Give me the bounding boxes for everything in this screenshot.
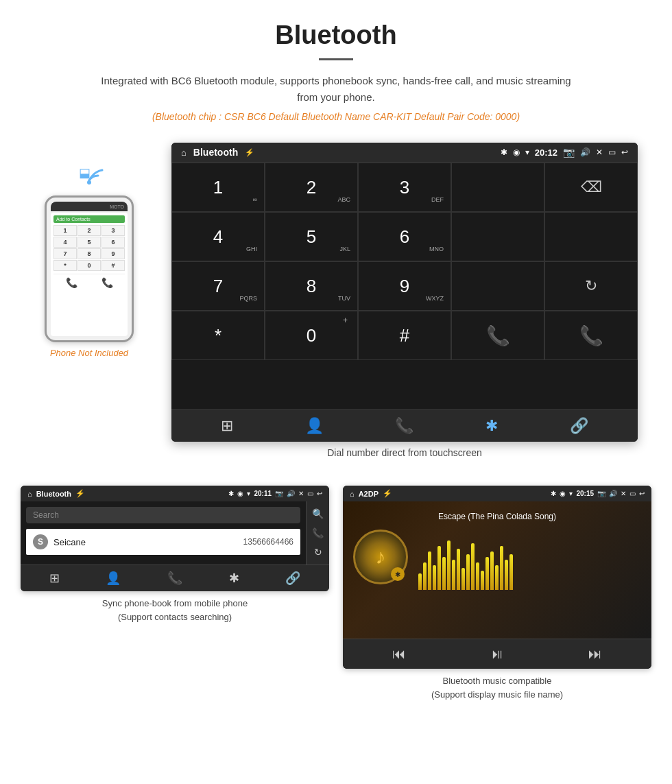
dial-key-4[interactable]: 4GHI <box>171 212 265 261</box>
pb-contact-avatar: S <box>33 534 48 549</box>
svg-point-0 <box>87 180 91 185</box>
eq-bar-10 <box>461 568 465 590</box>
phone-key-hash[interactable]: # <box>101 260 125 271</box>
dial-key-2[interactable]: 2ABC <box>265 163 358 212</box>
music-status-right: ✱ ◉ ▾ 20:15 📷 🔊 ✕ ▭ ↩ <box>551 490 645 497</box>
pb-calllog-icon[interactable]: 📞 <box>167 571 182 586</box>
phone-key-9[interactable]: 9 <box>101 248 125 259</box>
phone-dial-grid: 1 2 3 4 5 6 7 8 9 * 0 # <box>53 225 125 271</box>
music-screen: ⌂ A2DP ⚡ ✱ ◉ ▾ 20:15 📷 🔊 ✕ ▭ ↩ <box>343 486 651 669</box>
camera-status-icon[interactable]: 📷 <box>563 147 575 158</box>
music-window-icon[interactable]: ▭ <box>629 490 636 497</box>
pb-window-icon[interactable]: ▭ <box>307 490 313 497</box>
music-close-icon[interactable]: ✕ <box>621 490 626 497</box>
phone-key-3[interactable]: 3 <box>101 225 125 236</box>
eq-bar-4 <box>433 565 436 590</box>
phone-key-0[interactable]: 0 <box>77 260 101 271</box>
phone-key-4[interactable]: 4 <box>53 237 77 248</box>
pb-search-bar[interactable]: Search <box>26 507 300 523</box>
music-home-icon[interactable]: ⌂ <box>350 490 355 498</box>
eq-bar-7 <box>447 541 451 590</box>
music-vol-icon[interactable]: 🔊 <box>609 490 617 497</box>
eq-bar-15 <box>485 557 489 590</box>
phone-key-1[interactable]: 1 <box>53 225 77 236</box>
pb-time: 20:11 <box>254 490 272 497</box>
dial-refresh-button[interactable]: ↻ <box>544 261 638 311</box>
phone-key-7[interactable]: 7 <box>53 248 77 259</box>
location-status-icon: ◉ <box>513 147 520 157</box>
music-statusbar: ⌂ A2DP ⚡ ✱ ◉ ▾ 20:15 📷 🔊 ✕ ▭ ↩ <box>343 486 651 501</box>
pb-refresh-icon[interactable]: ↻ <box>314 547 322 558</box>
phone-key-5[interactable]: 5 <box>77 237 101 248</box>
pb-contacts-icon[interactable]: 👤 <box>106 571 121 586</box>
pb-contact-name: Seicane <box>53 537 243 547</box>
pb-close-icon[interactable]: ✕ <box>298 490 304 497</box>
pb-back-icon[interactable]: ↩ <box>317 490 322 497</box>
pb-signal-icon: ▾ <box>247 490 250 497</box>
pb-camera-icon[interactable]: 📷 <box>275 490 283 497</box>
dial-end-call-button[interactable]: 📞 <box>544 311 638 360</box>
pb-dialpad-icon[interactable]: ⊞ <box>49 571 60 586</box>
window-status-icon[interactable]: ▭ <box>608 147 616 157</box>
dial-call-button[interactable]: 📞 <box>451 311 544 360</box>
pb-link-icon[interactable]: 🔗 <box>285 571 300 586</box>
pb-body: Search S Seicane 13566664466 🔍 📞 ↻ <box>21 501 329 565</box>
dial-backspace-button[interactable]: ⌫ <box>544 163 638 212</box>
dial-key-0[interactable]: 0+ <box>265 311 358 360</box>
dial-key-6[interactable]: 6MNO <box>358 212 451 261</box>
eq-bar-11 <box>466 554 470 590</box>
dial-key-7[interactable]: 7PQRS <box>171 261 265 311</box>
statusbar-right: ✱ ◉ ▾ 20:12 📷 🔊 ✕ ▭ ↩ <box>501 147 628 158</box>
volume-status-icon[interactable]: 🔊 <box>580 147 590 157</box>
music-song-title: Escape (The Pina Colada Song) <box>438 512 556 521</box>
pb-search-icon[interactable]: 🔍 <box>312 508 324 519</box>
eq-bar-20 <box>509 554 513 590</box>
home-icon[interactable]: ⌂ <box>181 147 187 158</box>
pb-bt-toolbar-icon[interactable]: ✱ <box>229 571 239 586</box>
dialpad-icon[interactable]: ⊞ <box>221 417 233 435</box>
phone-key-star[interactable]: * <box>53 260 77 271</box>
music-prev-button[interactable]: ⏮ <box>392 646 406 662</box>
contacts-icon[interactable]: 👤 <box>305 417 324 435</box>
bluetooth-icon[interactable]: ✱ <box>485 417 498 435</box>
car-statusbar: ⌂ Bluetooth ⚡ ✱ ◉ ▾ 20:12 📷 🔊 ✕ ▭ ↩ <box>171 143 638 162</box>
page-title: Bluetooth <box>14 21 658 50</box>
dial-key-hash[interactable]: # <box>358 311 451 360</box>
header-specs: (Bluetooth chip : CSR BC6 Default Blueto… <box>14 111 658 122</box>
eq-bar-18 <box>500 546 503 590</box>
music-play-pause-button[interactable]: ⏯ <box>490 646 504 662</box>
pb-call-icon[interactable]: 📞 <box>312 527 324 538</box>
phone-end-call-icon[interactable]: 📞 <box>66 277 77 288</box>
music-camera-icon[interactable]: 📷 <box>597 490 605 497</box>
dial-key-1[interactable]: 1∞ <box>171 163 265 212</box>
close-status-icon[interactable]: ✕ <box>596 147 603 157</box>
phone-key-2[interactable]: 2 <box>77 225 101 236</box>
pb-status-right: ✱ ◉ ▾ 20:11 📷 🔊 ✕ ▭ ↩ <box>228 490 322 497</box>
pb-contact-row[interactable]: S Seicane 13566664466 <box>26 529 300 555</box>
phone-key-8[interactable]: 8 <box>77 248 101 259</box>
phone-call-icon[interactable]: 📞 <box>101 277 113 288</box>
music-time: 20:15 <box>576 490 594 497</box>
dial-key-9[interactable]: 9WXYZ <box>358 261 451 311</box>
back-status-icon[interactable]: ↩ <box>621 147 628 157</box>
statusbar-left: ⌂ Bluetooth ⚡ <box>181 147 254 158</box>
pb-home-icon[interactable]: ⌂ <box>27 490 32 498</box>
music-back-icon[interactable]: ↩ <box>639 490 645 497</box>
eq-bar-12 <box>471 543 475 590</box>
call-log-icon[interactable]: 📞 <box>395 417 413 435</box>
dial-key-8[interactable]: 8TUV <box>265 261 358 311</box>
phone-status-bar: MOTO <box>51 202 128 211</box>
music-next-button[interactable]: ⏭ <box>588 646 602 662</box>
pb-vol-icon[interactable]: 🔊 <box>287 490 295 497</box>
dial-key-5[interactable]: 5JKL <box>265 212 358 261</box>
link-icon[interactable]: 🔗 <box>570 417 588 435</box>
phone-key-6[interactable]: 6 <box>101 237 125 248</box>
pb-usb-icon: ⚡ <box>75 489 85 498</box>
dial-key-star[interactable]: * <box>171 311 265 360</box>
dial-display <box>451 163 544 212</box>
pb-bt-icon: ✱ <box>228 490 234 497</box>
dial-key-3[interactable]: 3DEF <box>358 163 451 212</box>
eq-bar-17 <box>495 565 499 590</box>
phone-screen-header: Add to Contacts <box>53 215 125 223</box>
phonebook-caption: Sync phone-book from mobile phone (Suppo… <box>102 597 248 623</box>
